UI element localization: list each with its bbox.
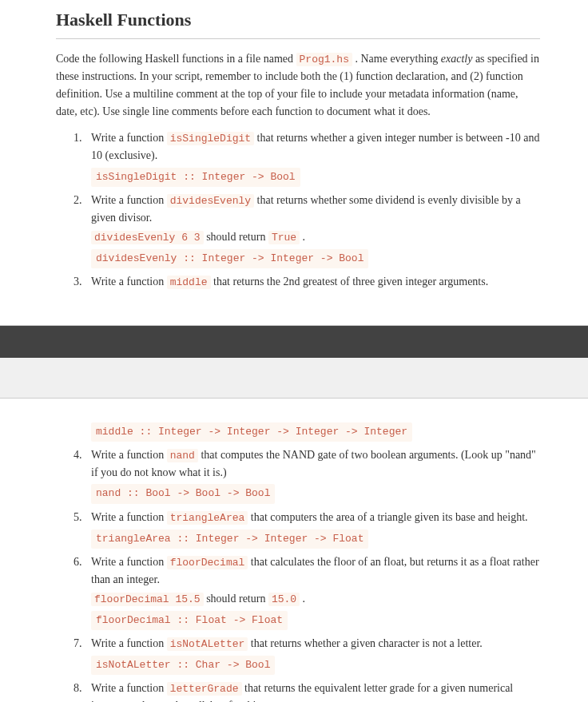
type-signature: isSingleDigit :: Integer -> Bool [91,168,300,187]
item-pre: Write a function [91,511,167,523]
type-signature: middle :: Integer -> Integer -> Integer … [91,422,412,442]
example-result-code: True [268,231,300,244]
example-call-code: dividesEvenly 6 3 [91,231,204,244]
item-text: Write a function triangleArea that compu… [91,509,540,526]
type-signature: nand :: Bool -> Bool -> Bool [91,484,275,503]
page-upper: Haskell Functions Code the following Has… [0,6,588,311]
item-text: Write a function letterGrade that return… [91,680,540,702]
function-name-code: triangleArea [167,511,248,525]
example-mid: should return [204,231,268,243]
item-text: Write a function floorDecimal that calcu… [91,553,540,589]
filename-code: Prog1.hs [296,53,352,66]
function-name-code: isNotALetter [167,637,248,651]
example-end: . [300,593,305,605]
item-post: that returns the 2nd greatest of three g… [211,276,489,288]
list-item: Write a function letterGrade that return… [85,680,540,702]
page-lower: middle :: Integer -> Integer -> Integer … [0,422,588,702]
example-line: floorDecimal 15.5 should return 15.0 . [91,590,540,608]
function-name-code: nand [167,449,198,462]
function-list-upper: Write a function isSingleDigit that retu… [56,129,540,291]
example-line: dividesEvenly 6 3 should return True . [91,228,540,246]
item-pre: Write a function [91,132,167,144]
item-text: Write a function isNotALetter that retur… [91,635,540,652]
item-pre: Write a function [91,682,167,694]
item-pre: Write a function [91,449,167,461]
item-post: that computers the area of a triangle gi… [248,511,527,523]
example-mid: should return [204,593,268,605]
list-item: Write a function nand that computes the … [85,446,540,504]
item-text: Write a function isSingleDigit that retu… [91,129,540,165]
list-item: Write a function isNotALetter that retur… [85,635,540,675]
item-text: Write a function middle that returns the… [91,273,540,291]
page-break-gap [0,325,588,399]
function-name-code: isSingleDigit [167,132,254,145]
item-text: Write a function nand that computes the … [91,446,540,482]
section-heading: Haskell Functions [56,6,540,39]
item-pre: Write a function [91,637,167,649]
item-text: Write a function dividesEvenly that retu… [91,192,540,227]
type-signature: dividesEvenly :: Integer -> Integer -> B… [91,249,368,268]
example-call-code: floorDecimal 15.5 [91,593,204,606]
example-result-code: 15.0 [268,593,300,606]
list-item: Write a function dividesEvenly that retu… [85,192,540,268]
intro-paragraph: Code the following Haskell functions in … [56,50,540,120]
type-signature: triangleArea :: Integer -> Integer -> Fl… [91,529,368,549]
function-list-lower: Write a function nand that computes the … [56,446,540,702]
function-name-code: letterGrade [167,682,242,696]
list-item: Write a function middle that returns the… [85,273,540,291]
function-name-code: floorDecimal [167,556,248,569]
intro-text: . Name everything [352,53,441,65]
intro-text: Code the following Haskell functions in … [56,53,296,65]
list-item: Write a function floorDecimal that calcu… [85,553,540,630]
type-signature: floorDecimal :: Float -> Float [91,611,288,630]
item-pre: Write a function [91,194,167,206]
list-item-sig-only: middle :: Integer -> Integer -> Integer … [85,422,540,442]
function-name-code: dividesEvenly [167,194,254,208]
item-pre: Write a function [91,276,167,288]
list-item: Write a function triangleArea that compu… [85,509,540,549]
function-list-sig-continuation: middle :: Integer -> Integer -> Integer … [56,422,540,442]
type-signature: isNotALetter :: Char -> Bool [91,656,275,675]
example-end: . [300,231,305,243]
function-name-code: middle [167,276,211,289]
item-post: that returns whether a given character i… [248,637,483,649]
item-pre: Write a function [91,556,167,568]
exactly-emphasis: exactly [441,53,473,65]
list-item: Write a function isSingleDigit that retu… [85,129,540,187]
